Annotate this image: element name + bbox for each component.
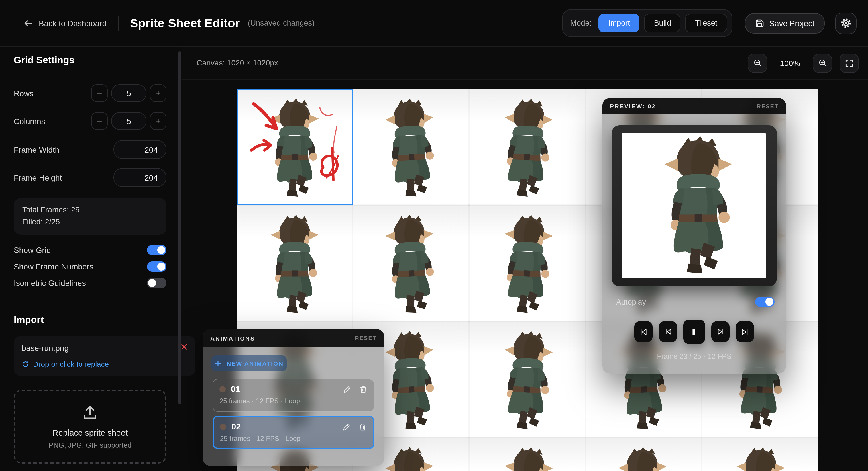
canvas-viewport[interactable]: ANIMATIONS RESET NEW ANIMATION 01 bbox=[182, 80, 868, 471]
unsaved-status: (Unsaved changes) bbox=[248, 19, 315, 27]
replace-link-label: Drop or click to replace bbox=[33, 360, 109, 369]
sprite-cell-r1c2[interactable] bbox=[353, 89, 469, 205]
replace-dropzone[interactable]: Replace sprite sheet PNG, JPG, GIF suppo… bbox=[14, 390, 166, 464]
sprite-character bbox=[376, 97, 445, 200]
skip-start-button[interactable] bbox=[634, 321, 653, 342]
back-label: Back to Dashboard bbox=[39, 19, 106, 28]
sprite-cell-r1c3[interactable] bbox=[469, 89, 585, 205]
animation-meta: 25 frames · 12 FPS · Loop bbox=[219, 397, 368, 405]
frame-height-label: Frame Height bbox=[14, 173, 62, 182]
prev-frame-button[interactable] bbox=[659, 321, 677, 342]
sidebar: Grid Settings Rows − 5 + Columns − 5 + F… bbox=[0, 47, 182, 471]
mode-tileset-button[interactable]: Tileset bbox=[685, 14, 727, 32]
remove-file-button[interactable] bbox=[180, 343, 188, 351]
animation-name: 02 bbox=[231, 422, 241, 431]
sprite-cell-r2c1[interactable] bbox=[237, 205, 353, 321]
sprite-cell-r4c4[interactable] bbox=[585, 437, 702, 471]
zoom-in-button[interactable] bbox=[813, 53, 832, 73]
filled-frames-text: Filled: 2/25 bbox=[22, 216, 158, 228]
save-project-button[interactable]: Save Project bbox=[745, 13, 825, 33]
dropzone-title: Replace sprite sheet bbox=[53, 428, 128, 437]
replace-file-link[interactable]: Drop or click to replace bbox=[22, 360, 187, 369]
sidebar-scrollbar[interactable] bbox=[178, 51, 181, 404]
sprite-cell-r1c1[interactable] bbox=[237, 89, 353, 205]
canvas-toolbar: Canvas: 1020 × 1020px 100% bbox=[182, 47, 868, 80]
settings-button[interactable] bbox=[835, 12, 857, 34]
preview-reset-button[interactable]: RESET bbox=[756, 103, 778, 109]
show-frame-numbers-toggle[interactable] bbox=[147, 261, 166, 272]
animation-item-01[interactable]: 01 25 frames · 12 FPS · Loop bbox=[213, 379, 374, 412]
sprite-cell-r2c2[interactable] bbox=[353, 205, 469, 321]
save-label: Save Project bbox=[769, 19, 814, 28]
back-to-dashboard-button[interactable]: Back to Dashboard bbox=[23, 18, 106, 28]
rows-decrement-button[interactable]: − bbox=[91, 84, 108, 102]
sprite-cell-r3c3[interactable] bbox=[469, 321, 585, 437]
animation-color-dot bbox=[219, 386, 226, 392]
rows-value: 5 bbox=[111, 84, 147, 102]
grid-settings-title: Grid Settings bbox=[14, 55, 166, 66]
sprite-cell-r4c3[interactable] bbox=[469, 437, 585, 471]
isometric-guidelines-label: Isometric Guidelines bbox=[14, 278, 86, 288]
columns-decrement-button[interactable]: − bbox=[91, 112, 108, 130]
edit-pencil-icon[interactable] bbox=[343, 385, 352, 393]
show-grid-row: Show Grid bbox=[14, 245, 166, 255]
sprite-character bbox=[493, 329, 562, 433]
frame-width-input[interactable]: 204 bbox=[114, 140, 166, 159]
file-name: base-run.png bbox=[22, 343, 187, 352]
show-grid-toggle[interactable] bbox=[147, 245, 166, 255]
isometric-guidelines-toggle[interactable] bbox=[147, 278, 166, 288]
autoplay-toggle[interactable] bbox=[755, 297, 775, 307]
trash-icon[interactable] bbox=[359, 422, 367, 431]
rows-increment-button[interactable]: + bbox=[150, 84, 166, 102]
columns-increment-button[interactable]: + bbox=[150, 112, 166, 130]
sprite-character bbox=[376, 329, 445, 433]
zoom-out-button[interactable] bbox=[748, 53, 767, 73]
animation-meta: 25 frames · 12 FPS · Loop bbox=[220, 435, 367, 442]
sprite-character bbox=[376, 213, 445, 316]
animations-panel-header: ANIMATIONS RESET bbox=[203, 329, 384, 347]
topbar-actions: Mode: ImportBuildTileset Save Project bbox=[562, 9, 857, 37]
frame-height-input[interactable]: 204 bbox=[114, 168, 166, 187]
rows-label: Rows bbox=[14, 89, 34, 98]
trash-icon[interactable] bbox=[359, 385, 368, 393]
preview-character bbox=[656, 136, 740, 276]
preview-panel-header: PREVIEW: 02 RESET bbox=[602, 98, 786, 114]
mode-import-button[interactable]: Import bbox=[598, 14, 640, 32]
app: Back to Dashboard Sprite Sheet Editor (U… bbox=[0, 0, 868, 471]
animations-reset-button[interactable]: RESET bbox=[355, 335, 377, 341]
frame-height-control: Frame Height 204 bbox=[14, 168, 166, 187]
rows-stepper: − 5 + bbox=[91, 84, 166, 102]
sprite-cell-r4c5[interactable] bbox=[702, 437, 818, 471]
new-animation-button[interactable]: NEW ANIMATION bbox=[212, 356, 287, 371]
sprite-cell-r2c3[interactable] bbox=[469, 205, 585, 321]
columns-stepper: − 5 + bbox=[91, 112, 166, 130]
frame-width-control: Frame Width 204 bbox=[14, 140, 166, 159]
upload-icon bbox=[82, 404, 99, 421]
plus-icon bbox=[215, 360, 222, 367]
divider bbox=[118, 16, 119, 31]
mode-build-button[interactable]: Build bbox=[644, 14, 681, 32]
imported-file-card: base-run.png Drop or click to replace bbox=[14, 336, 195, 376]
import-title: Import bbox=[14, 314, 166, 326]
animation-name: 01 bbox=[231, 384, 240, 394]
sprite-character bbox=[493, 213, 562, 316]
arrow-left-icon bbox=[23, 18, 33, 28]
playback-controls bbox=[602, 319, 786, 344]
sprite-character bbox=[263, 99, 327, 199]
frame-info: Frame 23 / 25 · 12 FPS bbox=[602, 352, 786, 361]
next-frame-button[interactable] bbox=[711, 321, 730, 342]
preview-frame bbox=[612, 125, 777, 287]
show-grid-label: Show Grid bbox=[14, 245, 51, 255]
show-frame-numbers-label: Show Frame Numbers bbox=[14, 262, 93, 271]
skip-end-button[interactable] bbox=[736, 321, 754, 342]
canvas-size-info: Canvas: 1020 × 1020px bbox=[197, 59, 278, 67]
columns-label: Columns bbox=[14, 116, 45, 126]
canvas-area: Canvas: 1020 × 1020px 100% bbox=[182, 47, 868, 471]
zoom-level: 100% bbox=[780, 58, 800, 67]
pause-button[interactable] bbox=[683, 319, 705, 344]
columns-value: 5 bbox=[111, 112, 147, 130]
edit-pencil-icon[interactable] bbox=[343, 422, 351, 431]
animation-item-02[interactable]: 02 25 frames · 12 FPS · Loop bbox=[213, 416, 374, 449]
fullscreen-button[interactable] bbox=[839, 53, 859, 73]
isometric-guidelines-row: Isometric Guidelines bbox=[14, 278, 166, 288]
